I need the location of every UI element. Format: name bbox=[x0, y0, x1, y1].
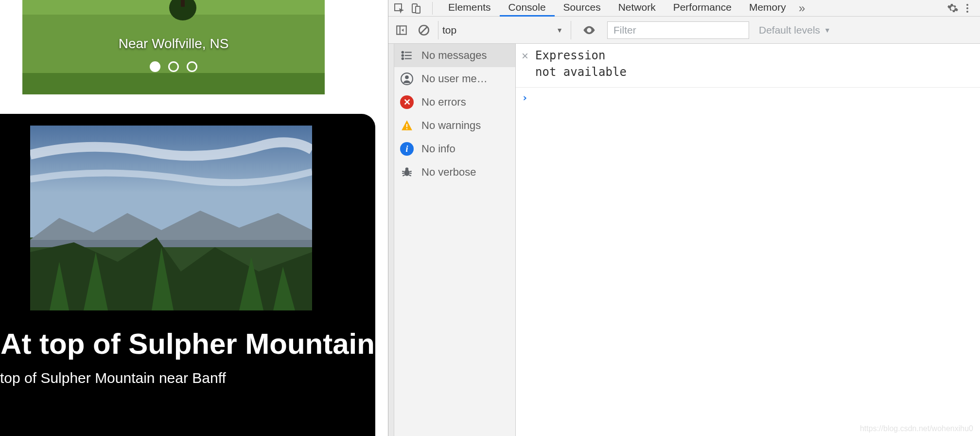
svg-point-30 bbox=[402, 54, 403, 56]
context-selector[interactable]: top ▼ bbox=[438, 21, 571, 39]
watermark: https://blog.csdn.net/wohenxihu0 bbox=[860, 424, 973, 433]
carousel-dots bbox=[22, 61, 325, 74]
svg-point-20 bbox=[966, 11, 968, 13]
console-output: × Expression not available › https://blo… bbox=[516, 44, 980, 436]
console-sidebar: No messages No user me… ✕ No errors bbox=[394, 44, 516, 436]
sidebar-item-label: No info bbox=[421, 143, 455, 155]
chevron-down-icon: ▼ bbox=[556, 26, 563, 34]
toggle-sidebar-icon[interactable] bbox=[393, 22, 410, 38]
svg-line-39 bbox=[409, 171, 411, 172]
user-icon bbox=[400, 72, 414, 86]
error-icon: ✕ bbox=[400, 95, 414, 109]
sidebar-item-warnings[interactable]: No warnings bbox=[394, 114, 515, 137]
live-expression-row: × Expression not available bbox=[516, 44, 980, 88]
devtools-tabs: Elements Console Sources Network Perform… bbox=[388, 0, 980, 17]
svg-line-42 bbox=[402, 175, 404, 176]
log-levels-selector[interactable]: Default levels ▼ bbox=[759, 24, 831, 36]
svg-point-18 bbox=[966, 4, 968, 6]
sidebar-item-user[interactable]: No user me… bbox=[394, 67, 515, 91]
sidebar-item-label: No warnings bbox=[421, 119, 481, 132]
console-prompt[interactable]: › bbox=[516, 88, 980, 108]
sidebar-item-info[interactable]: i No info bbox=[394, 137, 515, 161]
svg-rect-4 bbox=[181, 0, 185, 7]
sidebar-item-label: No messages bbox=[421, 49, 487, 62]
svg-point-31 bbox=[402, 58, 403, 59]
sidebar-item-messages[interactable]: No messages bbox=[394, 44, 515, 67]
info-icon: i bbox=[400, 142, 414, 156]
live-expression-icon[interactable] bbox=[581, 22, 597, 38]
expression-line: Expression bbox=[535, 48, 627, 64]
svg-point-37 bbox=[405, 167, 409, 171]
expression-line: not available bbox=[535, 64, 627, 81]
svg-line-24 bbox=[421, 27, 427, 33]
detail-card bbox=[0, 114, 375, 436]
log-levels-label: Default levels bbox=[759, 24, 820, 36]
svg-point-25 bbox=[588, 29, 591, 31]
carousel-dot-1[interactable] bbox=[150, 61, 160, 72]
settings-icon[interactable] bbox=[947, 2, 962, 14]
tabs-overflow[interactable]: » bbox=[795, 1, 809, 15]
svg-rect-17 bbox=[416, 6, 420, 13]
svg-point-33 bbox=[405, 75, 409, 79]
svg-point-19 bbox=[966, 7, 968, 9]
sidebar-item-label: No user me… bbox=[421, 73, 488, 85]
tab-console[interactable]: Console bbox=[500, 0, 555, 17]
more-icon[interactable] bbox=[962, 2, 976, 14]
filter-input[interactable] bbox=[607, 21, 749, 39]
bug-icon bbox=[400, 165, 414, 179]
console-toolbar: top ▼ Default levels ▼ bbox=[388, 17, 980, 44]
tab-network[interactable]: Network bbox=[610, 0, 665, 17]
devtools-panel: Elements Console Sources Network Perform… bbox=[388, 0, 980, 436]
carousel-dot-2[interactable] bbox=[168, 61, 179, 72]
close-icon[interactable]: × bbox=[522, 48, 528, 64]
svg-line-38 bbox=[402, 171, 404, 172]
svg-point-29 bbox=[402, 52, 403, 53]
sidebar-item-label: No errors bbox=[421, 96, 466, 109]
live-expression-text: Expression not available bbox=[535, 48, 627, 80]
prompt-chevron-icon: › bbox=[522, 91, 528, 104]
svg-rect-35 bbox=[406, 128, 407, 129]
svg-rect-2 bbox=[22, 73, 325, 94]
list-icon bbox=[400, 49, 414, 62]
svg-line-43 bbox=[409, 175, 411, 176]
clear-console-icon[interactable] bbox=[416, 22, 432, 38]
carousel-caption: Near Wolfville, NS bbox=[22, 36, 325, 52]
sidebar-item-verbose[interactable]: No verbose bbox=[394, 161, 515, 184]
warning-icon bbox=[400, 119, 414, 132]
svg-rect-34 bbox=[406, 124, 407, 127]
tab-performance[interactable]: Performance bbox=[665, 0, 740, 17]
chevron-down-icon: ▼ bbox=[824, 26, 831, 34]
card-image bbox=[30, 126, 312, 310]
sidebar-item-errors[interactable]: ✕ No errors bbox=[394, 91, 515, 114]
device-toggle-icon[interactable] bbox=[409, 1, 422, 15]
tab-elements[interactable]: Elements bbox=[439, 0, 500, 17]
tab-memory[interactable]: Memory bbox=[740, 0, 795, 17]
card-title: At top of Sulpher Mountain bbox=[0, 327, 375, 361]
carousel[interactable]: Near Wolfville, NS bbox=[22, 0, 325, 94]
tab-sources[interactable]: Sources bbox=[555, 0, 610, 17]
webpage-preview: Near Wolfville, NS bbox=[0, 0, 388, 436]
card-subtitle: top of Sulpher Mountain near Banff bbox=[0, 370, 375, 386]
context-label: top bbox=[442, 24, 456, 36]
inspect-icon[interactable] bbox=[392, 1, 406, 15]
sidebar-item-label: No verbose bbox=[421, 166, 476, 179]
carousel-dot-3[interactable] bbox=[187, 61, 197, 72]
scroll-track bbox=[388, 44, 394, 436]
